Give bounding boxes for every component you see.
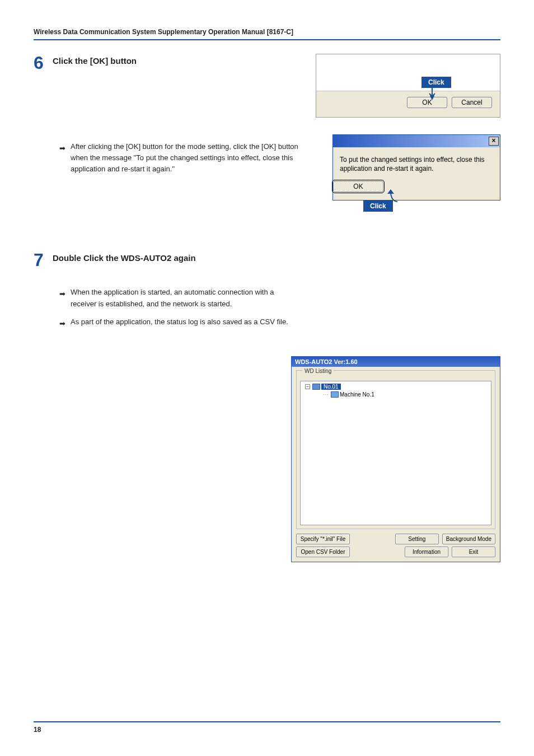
- collapse-icon[interactable]: −: [305, 384, 310, 389]
- svg-marker-1: [387, 189, 394, 194]
- tree-line-icon: ⋯: [323, 391, 329, 398]
- app-window: WDS-AUTO2 Ver:1.60 WD Listing − No.01 ⋯ …: [291, 356, 500, 562]
- setting-button[interactable]: Setting: [395, 534, 439, 544]
- step-7: 7 Double Click the WDS-AUTO2 again: [34, 251, 500, 269]
- arrow-right-icon: ➡: [59, 288, 67, 300]
- bullet: ➡ When the application is started, an au…: [59, 287, 299, 309]
- message-text: To put the changed settings into effect,…: [333, 147, 500, 176]
- information-button[interactable]: Information: [405, 547, 448, 557]
- tree-node-label: Machine No.1: [340, 391, 374, 398]
- app-titlebar: WDS-AUTO2 Ver:1.60: [292, 357, 500, 367]
- ok-button[interactable]: OK: [407, 97, 447, 108]
- ok-button[interactable]: OK: [333, 181, 383, 192]
- bullet: ➡ As part of the application, the status…: [59, 316, 299, 329]
- background-mode-button[interactable]: Background Mode: [442, 534, 495, 544]
- bullet-text: When the application is started, an auto…: [71, 287, 299, 309]
- bullet-text: As part of the application, the status l…: [71, 316, 288, 328]
- bullet-text: After clicking the [OK] button for the m…: [71, 141, 299, 175]
- message-dialog: × To put the changed settings into effec…: [332, 134, 500, 200]
- tree-root-node[interactable]: − No.01: [305, 384, 489, 390]
- page-footer: 18: [34, 721, 500, 734]
- page-header: Wireless Data Communication System Suppl…: [34, 28, 500, 40]
- click-callout: Click: [363, 200, 393, 212]
- folder-icon: [312, 384, 320, 390]
- step-6: 6 Click the [OK] button: [34, 54, 299, 72]
- exit-button[interactable]: Exit: [452, 547, 495, 557]
- tree-child-node[interactable]: ⋯ Machine No.1: [318, 391, 489, 398]
- click-callout: Click: [421, 77, 451, 88]
- device-icon: [331, 391, 339, 398]
- tree-node-label: No.01: [321, 384, 341, 390]
- arrow-right-icon: ➡: [59, 318, 67, 329]
- step-number: 7: [34, 251, 53, 269]
- step-title: Double Click the WDS-AUTO2 again: [53, 253, 196, 263]
- titlebar: ×: [333, 135, 500, 147]
- cancel-button[interactable]: Cancel: [452, 97, 492, 108]
- tree-panel[interactable]: − No.01 ⋯ Machine No.1: [300, 381, 491, 525]
- bullet: ➡ After clicking the [OK] button for the…: [59, 141, 299, 175]
- close-icon[interactable]: ×: [489, 137, 499, 146]
- page-number: 18: [34, 726, 41, 734]
- step-number: 6: [34, 54, 53, 72]
- ok-cancel-dialog: Click OK Cancel: [316, 54, 500, 118]
- arrow-icon: [428, 88, 436, 100]
- specify-inil-button[interactable]: Specify "*.inil" File: [296, 534, 350, 544]
- open-csv-button[interactable]: Open CSV Folder: [296, 547, 350, 557]
- step-title: Click the [OK] button: [53, 56, 137, 66]
- groupbox-label: WD Listing: [302, 368, 334, 374]
- arrow-right-icon: ➡: [59, 143, 67, 154]
- svg-marker-0: [430, 96, 434, 100]
